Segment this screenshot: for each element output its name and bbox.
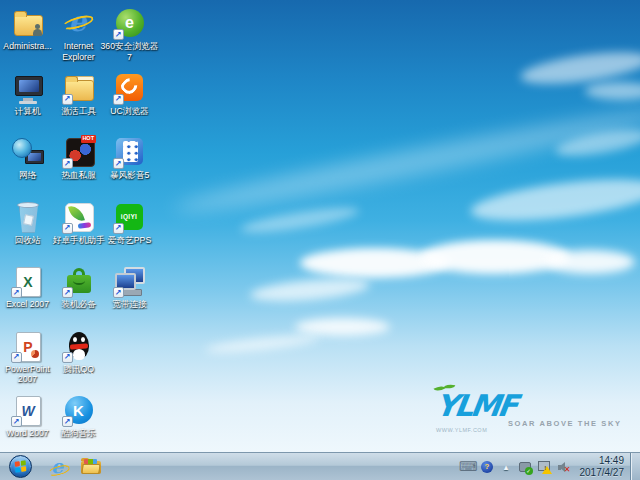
desktop-icon-powerpoint-2007[interactable]: P ↗ PowerPoint 2007 bbox=[2, 329, 53, 394]
shortcut-arrow-icon: ↗ bbox=[113, 29, 124, 40]
desktop-icon-baofeng-player[interactable]: ↗ 暴风影音5 bbox=[104, 135, 155, 200]
icon-label: 爱奇艺PPS bbox=[99, 235, 161, 246]
taskbar-windows-explorer-button[interactable] bbox=[74, 454, 108, 480]
desktop-icon-uc-browser[interactable]: ↗ UC浏览器 bbox=[104, 71, 155, 136]
cloud bbox=[295, 318, 390, 336]
desktop-icon-computer[interactable]: 计算机 bbox=[2, 71, 53, 136]
shortcut-arrow-icon: ↗ bbox=[11, 416, 22, 427]
input-method-icon[interactable]: ⌨ bbox=[461, 459, 476, 475]
shortcut-arrow-icon: ↗ bbox=[62, 223, 73, 234]
desktop-icon-haozhuo-assistant[interactable]: ↗ 好卓手机助手 bbox=[53, 200, 104, 265]
activation-tools-folder-icon: ↗ bbox=[62, 71, 96, 105]
internet-explorer-icon: e bbox=[62, 6, 96, 40]
shortcut-arrow-icon: ↗ bbox=[11, 352, 22, 363]
show-desktop-button[interactable] bbox=[630, 453, 640, 480]
desktop-icon-rexue-sifu[interactable]: HOT ↗ 热血私服 bbox=[53, 135, 104, 200]
shortcut-arrow-icon: ↗ bbox=[62, 287, 73, 298]
cloud bbox=[545, 250, 635, 274]
kugou-music-icon: K ↗ bbox=[62, 393, 96, 427]
shortcut-arrow-icon: ↗ bbox=[113, 94, 124, 105]
desktop-icon-word-2007[interactable]: W ↗ Word 2007 bbox=[2, 393, 53, 458]
hot-badge: HOT bbox=[81, 135, 96, 143]
desktop-icon-grid: Administra... 计算机 网络 回收站 X ↗ bbox=[2, 6, 155, 458]
icon-label: UC浏览器 bbox=[99, 106, 161, 117]
administrator-folder-icon bbox=[11, 6, 45, 40]
haozhuo-assistant-icon: ↗ bbox=[62, 200, 96, 234]
taskbar-clock[interactable]: 14:49 2017/4/27 bbox=[576, 455, 631, 479]
safely-remove-hardware-icon[interactable]: ✓ bbox=[518, 459, 533, 475]
taskbar-internet-explorer-button[interactable]: e bbox=[40, 454, 74, 480]
clock-time: 14:49 bbox=[580, 455, 625, 467]
shortcut-arrow-icon: ↗ bbox=[113, 223, 124, 234]
excel-icon: X ↗ bbox=[11, 264, 45, 298]
zhuangji-bibei-bag-icon: ↗ bbox=[62, 264, 96, 298]
icon-label: 宽带连接 bbox=[99, 299, 161, 310]
cloud bbox=[239, 203, 360, 238]
shortcut-arrow-icon: ↗ bbox=[113, 158, 124, 169]
desktop-icon-internet-explorer[interactable]: e Internet Explorer bbox=[53, 6, 104, 71]
desktop-icon-iqiyi-pps[interactable]: iQIYI ↗ 爱奇艺PPS bbox=[104, 200, 155, 265]
uc-browser-icon: ↗ bbox=[113, 71, 147, 105]
desktop-icon-broadband[interactable]: ↗ 宽带连接 bbox=[104, 264, 155, 329]
icon-label: 暴风影音5 bbox=[99, 170, 161, 181]
shortcut-arrow-icon: ↗ bbox=[62, 416, 73, 427]
cloud bbox=[585, 82, 640, 100]
help-icon[interactable]: ? bbox=[480, 459, 495, 475]
show-hidden-icons-button[interactable]: ▴ bbox=[499, 459, 514, 475]
desktop-icon-kugou-music[interactable]: K ↗ 酷狗音乐 bbox=[53, 393, 104, 458]
desktop-icon-360-browser[interactable]: e ↗ 360安全浏览器7 bbox=[104, 6, 155, 71]
desktop[interactable]: YLMF WWW.YLMF.COM SOAR ABOVE THE SKY Adm… bbox=[0, 0, 640, 480]
windows-flag-icon bbox=[15, 460, 27, 473]
powerpoint-icon: P ↗ bbox=[11, 329, 45, 363]
desktop-icon-tencent-qq[interactable]: ↗ 腾讯QQ bbox=[53, 329, 104, 394]
cloud bbox=[469, 172, 640, 229]
shortcut-arrow-icon: ↗ bbox=[62, 352, 73, 363]
recycle-bin-icon bbox=[11, 200, 45, 234]
network-warning-icon[interactable]: ! bbox=[537, 459, 552, 475]
360-safe-browser-icon: e ↗ bbox=[113, 6, 147, 40]
start-button[interactable] bbox=[9, 455, 32, 478]
rexue-sifu-game-icon: HOT ↗ bbox=[62, 135, 96, 169]
taskbar: e ⌨ ? ▴ ✓ ! ✕ bbox=[0, 452, 640, 480]
desktop-icon-administrator[interactable]: Administra... bbox=[2, 6, 53, 71]
word-icon: W ↗ bbox=[11, 393, 45, 427]
ylmf-logo: YLMF WWW.YLMF.COM SOAR ABOVE THE SKY bbox=[428, 388, 608, 438]
icon-label: 360安全浏览器7 bbox=[99, 41, 161, 62]
system-tray: ⌨ ? ▴ ✓ ! ✕ bbox=[461, 459, 576, 475]
shortcut-arrow-icon: ↗ bbox=[62, 94, 73, 105]
iqiyi-pps-icon: iQIYI ↗ bbox=[113, 200, 147, 234]
desktop-icon-zhuangji-bibei[interactable]: ↗ 装机必备 bbox=[53, 264, 104, 329]
shortcut-arrow-icon: ↗ bbox=[113, 287, 124, 298]
desktop-icon-activation-tools[interactable]: ↗ 激活工具 bbox=[53, 71, 104, 136]
ylmf-url: WWW.YLMF.COM bbox=[436, 427, 487, 433]
desktop-icon-excel-2007[interactable]: X ↗ Excel 2007 bbox=[2, 264, 53, 329]
folder-icon bbox=[81, 459, 101, 474]
ylmf-brand: YLMF bbox=[434, 388, 518, 423]
cloud bbox=[205, 332, 321, 356]
computer-icon bbox=[11, 71, 45, 105]
ylmf-tagline: SOAR ABOVE THE SKY bbox=[508, 419, 622, 428]
qq-penguin-icon: ↗ bbox=[62, 329, 96, 363]
network-icon bbox=[11, 135, 45, 169]
icon-label: 腾讯QQ bbox=[48, 364, 110, 375]
shortcut-arrow-icon: ↗ bbox=[11, 287, 22, 298]
broadband-connection-icon: ↗ bbox=[113, 264, 147, 298]
shortcut-arrow-icon: ↗ bbox=[62, 158, 73, 169]
desktop-icon-recycle-bin[interactable]: 回收站 bbox=[2, 200, 53, 265]
clock-date: 2017/4/27 bbox=[580, 467, 625, 479]
baofeng-player-icon: ↗ bbox=[113, 135, 147, 169]
volume-muted-icon[interactable]: ✕ bbox=[556, 459, 571, 475]
icon-label: 酷狗音乐 bbox=[48, 428, 110, 439]
cloud bbox=[249, 275, 370, 305]
desktop-icon-network[interactable]: 网络 bbox=[2, 135, 53, 200]
